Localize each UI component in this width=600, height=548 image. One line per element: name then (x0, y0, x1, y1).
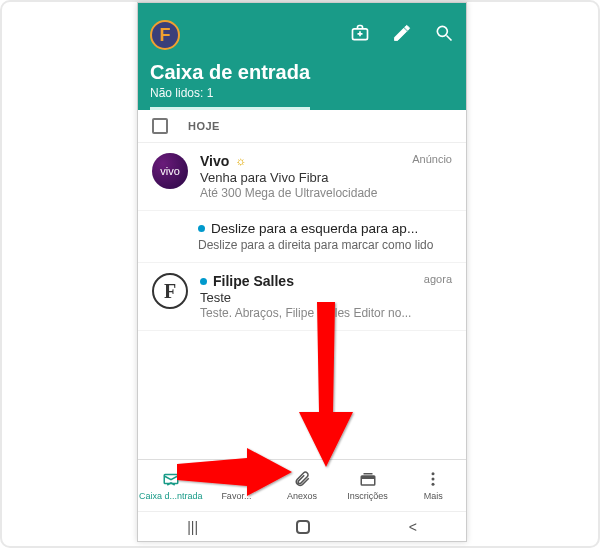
unread-dot-icon (198, 225, 205, 232)
tab-indicator (150, 107, 310, 110)
account-avatar[interactable]: F (150, 20, 180, 50)
mail-preview: Teste. Abraços, Filipe Salles Editor no.… (200, 306, 452, 320)
select-all-checkbox[interactable] (152, 118, 168, 134)
search-icon[interactable] (434, 23, 454, 47)
mail-time: agora (424, 273, 452, 285)
mail-preview: Até 300 Mega de Ultravelocidade (200, 186, 452, 200)
mail-subject: Teste (200, 290, 452, 305)
nav-subscriptions[interactable]: Inscrições (335, 460, 401, 511)
unread-dot-icon (200, 278, 207, 285)
status-bar (138, 3, 466, 11)
back-button[interactable]: < (409, 519, 417, 535)
sender-avatar: F (152, 273, 188, 309)
section-label: HOJE (188, 120, 220, 132)
nav-attachments[interactable]: Anexos (269, 460, 335, 511)
nav-label: Caixa d...ntrada (139, 491, 203, 501)
svg-rect-5 (361, 476, 375, 479)
svg-point-7 (432, 472, 435, 475)
section-header: HOJE (138, 110, 466, 143)
tutorial-frame: F Caixa de entrada Não lidos: 1 (0, 0, 600, 548)
phone-screen: F Caixa de entrada Não lidos: 1 (137, 2, 467, 542)
nav-inbox[interactable]: Caixa d...ntrada (138, 460, 204, 511)
ad-badge: Anúncio (412, 153, 452, 165)
tip-subtitle: Deslize para a direita para marcar como … (198, 238, 452, 252)
svg-line-2 (447, 36, 452, 41)
svg-point-8 (432, 478, 435, 481)
sponsored-icon: ☼ (235, 154, 246, 168)
compose-icon[interactable] (392, 23, 412, 47)
mail-list: vivo Vivo ☼ Venha para Vivo Fibra Até 30… (138, 143, 466, 331)
bottom-nav: Caixa d...ntrada Favor... Anexos Inscriç… (138, 459, 466, 511)
nav-label: Favor... (221, 491, 251, 501)
home-button[interactable] (296, 520, 310, 534)
nav-label: Mais (424, 491, 443, 501)
sender-name: Vivo (200, 153, 229, 169)
tip-title: Deslize para a esquerda para ap... (211, 221, 418, 236)
mail-item[interactable]: F Filipe Salles Teste Teste. Abraços, Fi… (138, 263, 466, 331)
nav-favorites[interactable]: Favor... (204, 460, 270, 511)
recent-apps-button[interactable]: ||| (187, 519, 198, 535)
page-title: Caixa de entrada (150, 61, 454, 84)
mail-subject: Venha para Vivo Fibra (200, 170, 452, 185)
medkit-icon[interactable] (350, 23, 370, 47)
svg-point-9 (432, 483, 435, 486)
nav-more[interactable]: Mais (400, 460, 466, 511)
unread-count: Não lidos: 1 (150, 86, 454, 100)
swipe-tip[interactable]: Deslize para a esquerda para ap... Desli… (138, 211, 466, 263)
system-nav-bar: ||| < (138, 511, 466, 541)
app-bar: F Caixa de entrada Não lidos: 1 (138, 11, 466, 110)
svg-point-1 (437, 26, 447, 36)
sender-name: Filipe Salles (213, 273, 294, 289)
nav-label: Anexos (287, 491, 317, 501)
nav-label: Inscrições (347, 491, 388, 501)
sender-avatar: vivo (152, 153, 188, 189)
mail-item-ad[interactable]: vivo Vivo ☼ Venha para Vivo Fibra Até 30… (138, 143, 466, 211)
